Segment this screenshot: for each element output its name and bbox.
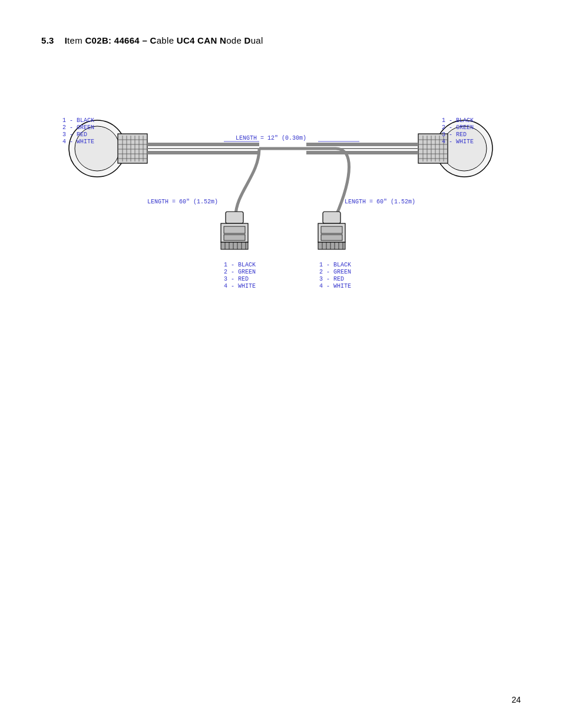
page-number: 24 (511, 695, 521, 704)
svg-rect-39 (323, 212, 340, 223)
left-label-3: 3 - RED (62, 131, 87, 138)
bot-right-label-2: 2 - GREEN (319, 269, 351, 275)
svg-rect-42 (321, 235, 342, 241)
section-heading: Item C02B: 44664 – Cable UC4 CAN Node Du… (65, 35, 263, 45)
svg-rect-31 (224, 235, 245, 241)
bot-left-label-4: 4 - WHITE (224, 283, 256, 289)
top-length-label: LENGTH = 12" (0.30m) (236, 135, 306, 141)
bot-left-label-2: 2 - GREEN (224, 269, 256, 275)
svg-rect-41 (321, 226, 342, 233)
section-title: 5.3 Item C02B: 44664 – Cable UC4 CAN Nod… (41, 35, 521, 45)
right-label-3: 3 - RED (442, 131, 467, 138)
diagram-container: LENGTH = 12" (0.30m) LENGTH = 60" (1.52m… (41, 57, 524, 305)
left-label-2: 2 - GREEN (62, 124, 94, 131)
right-label-4: 4 - WHITE (442, 139, 474, 145)
bot-right-label-3: 3 - RED (319, 276, 344, 282)
right-label-1: 1 - BLACK (442, 117, 474, 124)
bottom-left-length-label: LENGTH = 60" (1.52m) (147, 199, 218, 205)
bot-left-label-1: 1 - BLACK (224, 262, 256, 268)
bot-right-label-1: 1 - BLACK (319, 262, 351, 268)
left-label-1: 1 - BLACK (62, 117, 94, 124)
cable-diagram: LENGTH = 12" (0.30m) LENGTH = 60" (1.52m… (41, 57, 524, 311)
left-label-4: 4 - WHITE (62, 139, 94, 145)
section-number: 5.3 (41, 35, 54, 45)
page: 5.3 Item C02B: 44664 – Cable UC4 CAN Nod… (0, 0, 562, 728)
bottom-right-length-label: LENGTH = 60" (1.52m) (345, 199, 415, 205)
svg-rect-2 (118, 134, 147, 163)
svg-rect-28 (226, 212, 243, 223)
bot-left-label-3: 3 - RED (224, 276, 249, 282)
svg-rect-30 (224, 226, 245, 233)
bot-right-label-4: 4 - WHITE (319, 283, 351, 289)
right-label-2: 2 - GREEN (442, 124, 474, 131)
